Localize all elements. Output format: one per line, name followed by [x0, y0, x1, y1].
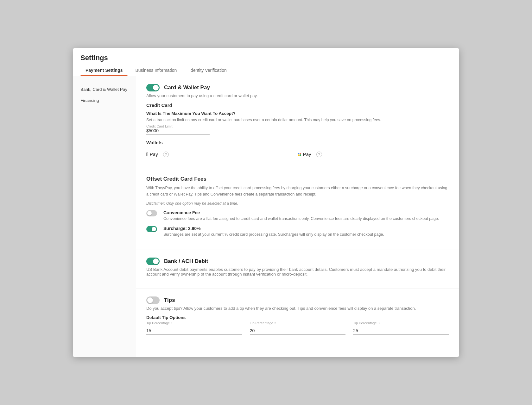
tip-3-value	[353, 326, 449, 336]
apple-pay-label:  Pay	[146, 152, 158, 157]
surcharge-desc: Surcharges are set at your current % cre…	[163, 232, 384, 238]
default-tip-options-label: Default Tip Options	[146, 315, 449, 320]
card-wallet-header: Card & Wallet Pay	[146, 84, 449, 91]
convenience-fee-content: Convenience Fee Convenience fees are a f…	[163, 210, 439, 222]
tab-identity-verification[interactable]: Identity Verification	[184, 65, 232, 76]
convenience-fee-desc: Convenience fees are a flat fee assigned…	[163, 216, 439, 222]
tab-payment-settings[interactable]: Payment Settings	[80, 65, 128, 76]
apple-pay-help-icon[interactable]: ?	[163, 152, 169, 157]
card-wallet-title: Card & Wallet Pay	[164, 84, 210, 91]
tip-1-value	[146, 326, 242, 336]
convenience-fee-toggle[interactable]	[146, 210, 160, 218]
credit-card-limit-label: Credit Card Limit	[146, 124, 173, 128]
card-wallet-toggle[interactable]	[146, 84, 160, 91]
tip-2-input[interactable]	[250, 327, 346, 335]
apple-icon: 	[146, 152, 148, 157]
bank-ach-section: Bank / ACH Debit US Bank Account debit p…	[136, 250, 459, 289]
tip-2-group: Tip Percentage 2	[250, 321, 346, 336]
tips-title: Tips	[164, 297, 175, 303]
google-pay-help-icon[interactable]: ?	[316, 152, 322, 157]
page-body: Bank, Card & Wallet Pay Financing Card &…	[73, 76, 459, 357]
page-title: Settings	[73, 48, 459, 62]
offset-title: Offset Credit Card Fees	[146, 176, 449, 182]
settings-window: Settings Payment Settings Business Infor…	[73, 48, 459, 357]
sidebar: Bank, Card & Wallet Pay Financing	[73, 76, 136, 357]
offset-section: Offset Credit Card Fees With ThryvPay, y…	[136, 168, 459, 250]
card-wallet-desc: Allow your customers to pay using a cred…	[146, 93, 449, 98]
tabs-bar: Payment Settings Business Information Id…	[73, 65, 459, 76]
surcharge-toggle[interactable]	[146, 226, 160, 234]
convenience-fee-row: Convenience Fee Convenience fees are a f…	[146, 210, 449, 222]
convenience-fee-label: Convenience Fee	[163, 210, 439, 215]
surcharge-label: Surcharge: 2.90%	[163, 226, 384, 231]
tips-row: Tip Percentage 1 Tip Percentage 2 Tip Pe…	[146, 321, 449, 336]
tip-1-input[interactable]	[146, 327, 242, 335]
tip-3-group: Tip Percentage 3	[353, 321, 449, 336]
tab-business-information[interactable]: Business Information	[130, 65, 182, 76]
credit-card-question: What Is The Maximum You Want To Accept?	[146, 111, 449, 116]
offset-desc: With ThryvPay, you have the ability to o…	[146, 185, 449, 197]
google-pay-label: G Pay	[298, 152, 311, 157]
tip-1-group: Tip Percentage 1	[146, 321, 242, 336]
tips-toggle[interactable]	[146, 296, 160, 304]
surcharge-row: Surcharge: 2.90% Surcharges are set at y…	[146, 226, 449, 238]
tip-3-label: Tip Percentage 3	[353, 321, 449, 325]
wallets-row:  Pay ? G Pay ?	[146, 148, 449, 160]
surcharge-content: Surcharge: 2.90% Surcharges are set at y…	[163, 226, 384, 238]
google-icon: G	[298, 152, 301, 157]
credit-card-title: Credit Card	[146, 103, 449, 108]
offset-disclaimer: Disclaimer: Only one option may be selec…	[146, 201, 449, 206]
bank-ach-header: Bank / ACH Debit	[146, 258, 449, 265]
tip-2-label: Tip Percentage 2	[250, 321, 346, 325]
google-pay-item: G Pay ?	[298, 148, 449, 160]
tips-header: Tips	[146, 296, 449, 304]
tips-desc: Do you accept tips? Allow your customers…	[146, 306, 449, 311]
tips-section: Tips Do you accept tips? Allow your cust…	[136, 289, 459, 344]
credit-card-subsection: Credit Card What Is The Maximum You Want…	[146, 103, 449, 135]
tip-1-label: Tip Percentage 1	[146, 321, 242, 325]
apple-pay-item:  Pay ?	[146, 148, 298, 160]
tip-2-value	[250, 326, 346, 336]
credit-card-question-desc: Set a transaction limit on any credit ca…	[146, 117, 449, 123]
sidebar-item-financing[interactable]: Financing	[73, 95, 136, 106]
bank-ach-title: Bank / ACH Debit	[164, 258, 208, 265]
wallets-subsection: Wallets  Pay ? G	[146, 140, 449, 160]
card-wallet-section: Card & Wallet Pay Allow your customers t…	[136, 76, 459, 168]
credit-card-limit-group: Credit Card Limit	[146, 127, 210, 135]
bank-ach-desc: US Bank Account debit payments enables c…	[146, 267, 449, 277]
main-content: Card & Wallet Pay Allow your customers t…	[136, 76, 459, 357]
tip-3-input[interactable]	[353, 327, 449, 335]
sidebar-item-bank-card-wallet[interactable]: Bank, Card & Wallet Pay	[73, 84, 136, 95]
bank-ach-toggle[interactable]	[146, 258, 160, 265]
wallets-title: Wallets	[146, 140, 449, 145]
